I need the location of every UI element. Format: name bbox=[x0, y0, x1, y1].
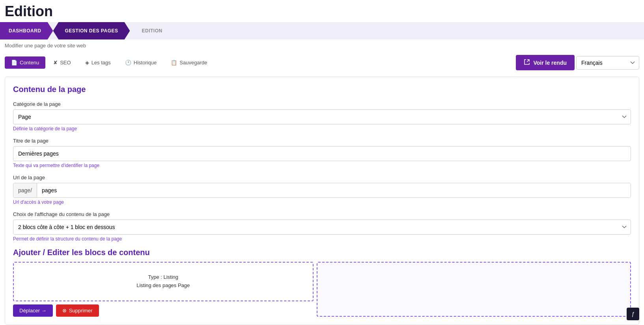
page-title: Edition bbox=[0, 0, 644, 22]
category-hint: Définie la catégorie de la page bbox=[13, 126, 631, 132]
block1-area[interactable]: Type : Listing Listing des pages Page bbox=[13, 262, 314, 301]
category-select[interactable]: Page bbox=[13, 109, 631, 124]
tab-tags[interactable]: ◈ Les tags bbox=[79, 56, 117, 69]
url-field-wrapper: page/ bbox=[13, 183, 631, 198]
move-button[interactable]: Déplacer → bbox=[13, 304, 53, 317]
block1-wrapper: Type : Listing Listing des pages Page Dé… bbox=[13, 262, 314, 317]
tab-sauvegarde[interactable]: 📋 Sauvegarde bbox=[164, 56, 213, 69]
seo-icon: ✘ bbox=[53, 60, 58, 66]
page-title-hint: Texte qui va permettre d'identifier la p… bbox=[13, 163, 631, 168]
display-select[interactable]: 2 blocs côte à côte + 1 bloc en dessous … bbox=[13, 220, 631, 235]
voir-rendu-button[interactable]: Voir le rendu bbox=[516, 55, 575, 70]
block1-actions: Déplacer → ⊗ Supprimer bbox=[13, 304, 314, 317]
category-field-group: Catégorie de la page Page Définie la cat… bbox=[13, 101, 631, 132]
page-title-input[interactable] bbox=[13, 146, 631, 161]
blocks-section-title: Ajouter / Editer les blocs de contenu bbox=[13, 248, 631, 257]
page-title-label: Titre de la page bbox=[13, 138, 631, 144]
historique-icon: 🕐 bbox=[125, 60, 131, 66]
block2-area[interactable] bbox=[317, 262, 631, 317]
blocks-container: Type : Listing Listing des pages Page Dé… bbox=[13, 262, 631, 317]
external-link-icon bbox=[524, 59, 530, 66]
tab-seo[interactable]: ✘ SEO bbox=[47, 56, 77, 69]
display-label: Choix de l'affichage du contenu de la pa… bbox=[13, 211, 631, 217]
tab-historique[interactable]: 🕐 Historique bbox=[119, 56, 163, 69]
url-hint: Url d'accès à votre page bbox=[13, 199, 631, 205]
breadcrumb-gestion[interactable]: GESTION DES PAGES bbox=[53, 22, 130, 39]
tags-icon: ◈ bbox=[85, 60, 89, 66]
url-field-group: Url de la page page/ Url d'accès à votre… bbox=[13, 175, 631, 205]
content-section-title: Contenu de la page bbox=[13, 85, 631, 94]
toolbar: 📄 Contenu ✘ SEO ◈ Les tags 🕐 Historique … bbox=[0, 52, 644, 73]
url-label: Url de la page bbox=[13, 175, 631, 180]
display-field-group: Choix de l'affichage du contenu de la pa… bbox=[13, 211, 631, 242]
delete-icon: ⊗ bbox=[62, 308, 67, 314]
page-title-field-group: Titre de la page Texte qui va permettre … bbox=[13, 138, 631, 168]
url-prefix: page/ bbox=[13, 183, 37, 197]
language-select[interactable]: Français English Español bbox=[576, 56, 639, 70]
contenu-icon: 📄 bbox=[11, 60, 17, 66]
breadcrumb-edition[interactable]: EDITION bbox=[130, 22, 171, 39]
category-label: Catégorie de la page bbox=[13, 101, 631, 107]
delete-button[interactable]: ⊗ Supprimer bbox=[56, 304, 99, 317]
sauvegarde-icon: 📋 bbox=[171, 60, 177, 66]
bottom-right-brand-icon: ƒ bbox=[627, 308, 639, 320]
page-subtitle: Modifier une page de votre site web bbox=[0, 39, 644, 52]
breadcrumb-dashboard[interactable]: DASHBOARD bbox=[0, 22, 53, 39]
display-hint: Permet de définir la structure du conten… bbox=[13, 236, 631, 242]
url-input[interactable] bbox=[37, 183, 631, 197]
main-content-area: Contenu de la page Catégorie de la page … bbox=[5, 77, 639, 325]
tab-contenu[interactable]: 📄 Contenu bbox=[5, 56, 45, 69]
breadcrumb: DASHBOARD GESTION DES PAGES EDITION bbox=[0, 22, 644, 39]
block1-type: Type : Listing Listing des pages Page bbox=[136, 273, 190, 290]
